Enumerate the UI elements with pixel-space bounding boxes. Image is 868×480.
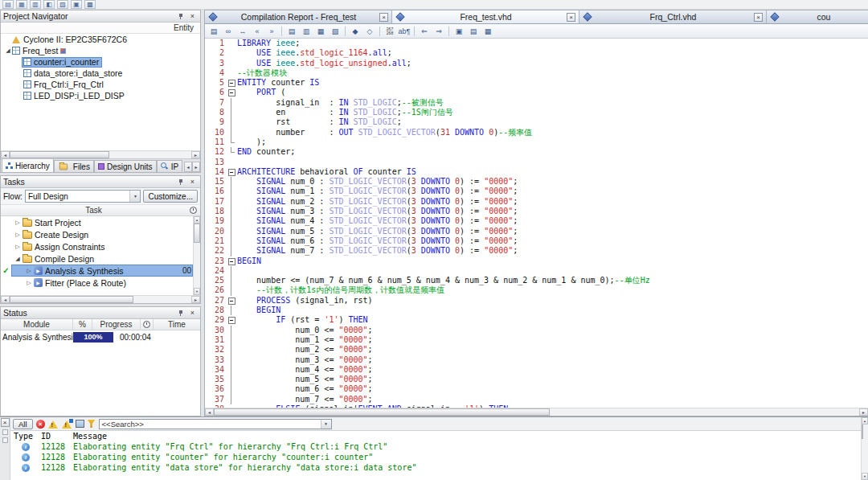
collapsed-arrow-icon[interactable]: ▷ — [14, 244, 22, 250]
bookmark-toggle-icon[interactable]: ◆ — [349, 26, 362, 37]
messages-vscrollbar[interactable] — [861, 417, 868, 480]
code-line[interactable]: 16 SIGNAL num_1 : STD_LOGIC_VECTOR(3 DOW… — [205, 187, 868, 196]
task-row[interactable]: ▷▶Fitter (Place & Route) — [1, 277, 193, 289]
tree-item-instance[interactable]: counter:i_counter — [1, 56, 200, 68]
editor-tab[interactable]: Frq_Ctrl.vhd — [579, 10, 767, 23]
tab-hierarchy[interactable]: Hierarchy — [2, 158, 54, 172]
scroll-up-icon[interactable] — [194, 216, 200, 224]
task-row-body[interactable]: ◢Compile Design — [11, 252, 193, 265]
chevron-down-icon[interactable] — [129, 191, 140, 202]
tab-design-units[interactable]: Design Units — [94, 160, 157, 172]
code-line[interactable]: 13 — [205, 158, 868, 167]
tree-item-device[interactable]: Cyclone II: EP2C35F672C6 — [1, 34, 200, 45]
scroll-right-icon[interactable] — [859, 408, 868, 416]
editor-tab[interactable]: cou — [767, 10, 868, 23]
navigate-forward-icon[interactable]: ⇒ — [432, 26, 445, 37]
instance-hit-area[interactable]: LED_DISP:i_LED_DISP — [22, 91, 128, 101]
scrollbar-track[interactable] — [194, 224, 200, 288]
scroll-left-icon[interactable] — [1, 296, 10, 303]
scrollbar-thumb[interactable] — [194, 224, 200, 243]
pin-icon[interactable] — [2, 437, 8, 443]
code-line[interactable]: 19 SIGNAL num_4 : STD_LOGIC_VECTOR(3 DOW… — [205, 216, 868, 226]
task-row[interactable]: ▷Start Project — [1, 216, 193, 228]
scroll-down-icon[interactable] — [194, 288, 200, 295]
code-editor[interactable]: 1LIBRARY ieee;2 USE ieee.std_logic_1164.… — [205, 39, 868, 408]
search-input[interactable]: <<Search>> — [99, 419, 332, 429]
hierarchy-hscrollbar[interactable] — [1, 150, 200, 158]
code-line[interactable]: 29 IF (rst = '1') THEN — [205, 315, 868, 325]
message-row[interactable]: i12128Elaborating entity "Frq_Ctrl" for … — [10, 441, 861, 452]
code-line[interactable]: 3 USE ieee.std_logic_unsigned.all; — [205, 59, 868, 68]
task-row-body[interactable]: ▷▶Analysis & Synthesis00 — [11, 265, 193, 277]
code-line[interactable]: 17 SIGNAL num_2 : STD_LOGIC_VECTOR(3 DOW… — [205, 197, 868, 207]
editor-tab[interactable]: Compilation Report - Freq_test — [205, 10, 392, 23]
collapsed-arrow-icon[interactable]: ▷ — [25, 268, 33, 274]
bookmark-next-icon[interactable]: ◇ — [363, 26, 376, 37]
code-line[interactable]: 30 num_0 <= "0000"; — [205, 326, 868, 335]
tab-scroll-left-icon[interactable] — [184, 162, 192, 172]
report-icon[interactable]: ▤ — [467, 26, 480, 37]
comment-icon[interactable]: ▤ — [285, 26, 298, 37]
scrollbar-track[interactable] — [10, 296, 191, 303]
scroll-right-icon[interactable] — [191, 296, 200, 303]
copy-icon[interactable]: ▦ — [314, 26, 327, 37]
scroll-left-icon[interactable] — [1, 151, 10, 158]
scrollbar-thumb[interactable] — [862, 425, 863, 439]
split-window-icon[interactable]: ◧ — [43, 0, 55, 9]
fold-marker-icon[interactable] — [227, 315, 237, 325]
code-line[interactable]: 7 signal_in : IN STD_LOGIC;--被测信号 — [205, 98, 868, 108]
insert-file-icon[interactable]: ▤ — [207, 26, 220, 37]
code-line[interactable]: 27 PROCESS (signal_in, rst) — [205, 296, 868, 306]
fold-marker-icon[interactable] — [227, 78, 237, 88]
task-row-body[interactable]: ▷Create Design — [11, 228, 193, 240]
window-icon[interactable]: ▤ — [2, 0, 14, 9]
expanded-arrow-icon[interactable]: ◢ — [4, 47, 12, 54]
code-line[interactable]: 1LIBRARY ieee; — [205, 39, 868, 48]
pin-icon[interactable] — [175, 178, 186, 187]
close-icon[interactable] — [1, 418, 10, 427]
tree-item-instance[interactable]: LED_DISP:i_LED_DISP — [1, 90, 200, 101]
code-line[interactable]: 5ENTITY counter IS — [205, 78, 868, 88]
instance-hit-area[interactable]: Frq_Ctrl:i_Frq_Ctrl — [22, 80, 107, 90]
close-tab-icon[interactable] — [379, 13, 388, 22]
indent-icon[interactable]: » — [265, 26, 278, 37]
code-line[interactable]: 11 ); — [205, 137, 868, 147]
fold-marker-icon[interactable] — [227, 167, 237, 177]
tree-item-instance[interactable]: data_store:i_data_store — [1, 68, 200, 79]
code-line[interactable]: 37 num_7 <= "0000"; — [205, 395, 868, 404]
close-tab-icon[interactable] — [754, 13, 763, 22]
tab-scroll-right-icon[interactable] — [192, 162, 200, 172]
close-icon[interactable] — [187, 309, 198, 318]
outdent-icon[interactable]: « — [251, 26, 264, 37]
scrollbar-track[interactable] — [10, 151, 191, 158]
critical-warning-filter-icon[interactable] — [62, 420, 72, 429]
collapsed-arrow-icon[interactable]: ▷ — [25, 280, 33, 286]
scrollbar-thumb[interactable] — [10, 151, 109, 158]
error-filter-icon[interactable] — [36, 420, 45, 429]
code-line[interactable]: 35 num_5 <= "0000"; — [205, 375, 868, 384]
code-line[interactable]: 32 num_2 <= "0000"; — [205, 345, 868, 355]
chevron-down-icon[interactable] — [321, 420, 331, 429]
tasks-hscrollbar[interactable] — [1, 295, 200, 303]
task-row-body[interactable]: ▷Assign Constraints — [11, 240, 193, 252]
status-row[interactable]: Analysis & Synthesis 100% 00:00:04 — [1, 330, 200, 343]
code-line[interactable]: 4--计数器模块 — [205, 68, 868, 78]
code-line[interactable]: 36 num_6 <= "0000"; — [205, 384, 868, 394]
scrollbar-thumb[interactable] — [214, 408, 550, 416]
instance-hit-area[interactable]: counter:i_counter — [22, 57, 102, 68]
code-line[interactable]: 14ARCHITECTURE behavioral OF counter IS — [205, 167, 868, 177]
instance-hit-area[interactable]: data_store:i_data_store — [22, 68, 125, 79]
cascade-windows-icon[interactable]: ▦ — [16, 0, 27, 9]
tab-ip[interactable]: IP — [157, 160, 182, 172]
close-icon[interactable] — [187, 178, 198, 187]
tree-item-instance[interactable]: Frq_Ctrl:i_Frq_Ctrl — [1, 79, 200, 90]
code-line[interactable]: 10 number : OUT STD_LOGIC_VECTOR(31 DOWN… — [205, 128, 868, 137]
tree-item-root[interactable]: ◢Freq_test — [1, 45, 200, 56]
find-replace-icon[interactable]: ↔ — [236, 26, 249, 37]
scrollbar-track[interactable] — [862, 425, 868, 473]
task-row-body[interactable]: ▷Start Project — [11, 216, 193, 228]
scrollbar-thumb[interactable] — [10, 296, 133, 303]
code-line[interactable]: 25 number <= (num_7 & num_6 & num_5 & nu… — [205, 276, 868, 285]
code-line[interactable]: 12END counter; — [205, 147, 868, 157]
scroll-up-icon[interactable] — [862, 417, 868, 425]
